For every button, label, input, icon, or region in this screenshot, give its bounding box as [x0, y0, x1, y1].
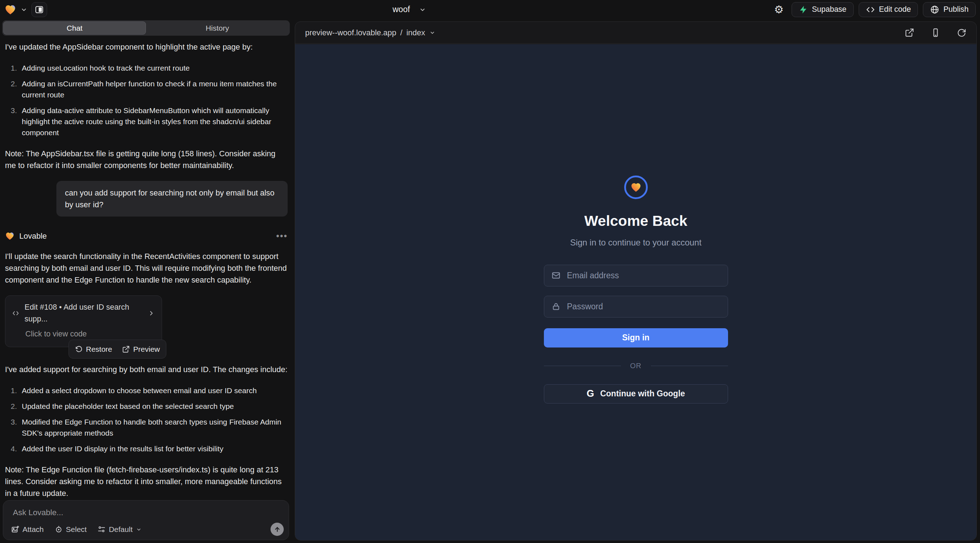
- edit-card-title-row: Edit #108 • Add user ID search supp...: [12, 302, 155, 325]
- password-field[interactable]: [544, 296, 728, 318]
- chat-message-list: I've updated the AppSidebar component to…: [0, 37, 293, 497]
- top-bar-left: [4, 2, 47, 17]
- publish-button[interactable]: Publish: [923, 2, 976, 17]
- user-message-row: can you add support for searching not on…: [5, 181, 288, 217]
- sign-in-button[interactable]: Sign in: [544, 328, 728, 348]
- tab-history[interactable]: History: [146, 21, 289, 35]
- list-item: Modified the Edge Function to handle bot…: [5, 416, 288, 438]
- lock-icon: [551, 302, 561, 311]
- list-item: Added a select dropdown to choose betwee…: [5, 385, 288, 396]
- preview-panel: preview--woof.lovable.app / index Welcom…: [295, 21, 977, 540]
- welcome-title: Welcome Back: [584, 213, 687, 229]
- attach-button[interactable]: Attach: [11, 525, 44, 534]
- code-icon: [12, 309, 20, 318]
- divider-label: OR: [630, 362, 642, 370]
- sign-in-card: Welcome Back Sign in to continue to your…: [544, 176, 728, 403]
- assistant-numbered-list: Added a select dropdown to choose betwee…: [5, 385, 288, 454]
- toggle-panel-button[interactable]: [32, 2, 47, 17]
- page-chevron-down-icon: [429, 29, 436, 36]
- welcome-subtitle: Sign in to continue to your account: [570, 238, 701, 248]
- gear-icon: ⚙: [774, 3, 784, 15]
- mail-icon: [551, 271, 561, 280]
- select-target-icon: [55, 525, 63, 533]
- edit-card-title: Edit #108 • Add user ID search supp...: [25, 302, 142, 325]
- google-g-icon: G: [587, 389, 594, 399]
- google-sign-in-button[interactable]: G Continue with Google: [544, 384, 728, 403]
- panel-layout-icon: [35, 5, 44, 14]
- globe-icon: [930, 5, 939, 14]
- supabase-button[interactable]: Supabase: [792, 2, 854, 17]
- list-item: Updated the placeholder text based on th…: [5, 401, 288, 412]
- workspace-menu-chevron-icon[interactable]: [20, 6, 28, 14]
- lovable-avatar-icon: [5, 231, 14, 241]
- chat-history-tabs: Chat History: [2, 20, 290, 36]
- assistant-paragraph: I've updated the AppSidebar component to…: [5, 41, 288, 53]
- composer-toolbar: Attach Select Default: [11, 523, 284, 536]
- email-field[interactable]: [544, 265, 728, 286]
- user-message-bubble: can you add support for searching not on…: [56, 181, 288, 217]
- preview-domain: preview--woof.lovable.app: [305, 28, 396, 38]
- chat-composer: Attach Select Default: [3, 500, 289, 540]
- top-bar: woof ⚙ Supabase Edit code Publish: [0, 0, 980, 19]
- attach-image-icon: [11, 525, 19, 533]
- settings-button[interactable]: ⚙: [771, 4, 787, 15]
- assistant-name: Lovable: [19, 230, 47, 242]
- divider-line: [651, 366, 728, 366]
- preview-actions: [905, 28, 966, 38]
- edit-card-subtitle: Click to view code: [25, 328, 155, 340]
- edit-code-button[interactable]: Edit code: [859, 2, 918, 17]
- email-field-wrapper: [544, 265, 728, 286]
- list-item: Added the user ID display in the results…: [5, 443, 288, 454]
- list-item: Adding useLocation hook to track the cur…: [5, 62, 288, 73]
- model-selector[interactable]: Default: [97, 525, 142, 534]
- list-item: Adding data-active attribute to SidebarM…: [5, 105, 288, 138]
- code-icon: [866, 5, 875, 14]
- assistant-note: Note: The Edge Function file (fetch-fire…: [5, 464, 288, 497]
- preview-url-group[interactable]: preview--woof.lovable.app / index: [305, 28, 436, 38]
- assistant-paragraph: I'll update the search functionality in …: [5, 251, 288, 286]
- top-bar-actions: ⚙ Supabase Edit code Publish: [771, 2, 976, 17]
- lovable-logo-icon[interactable]: [4, 3, 16, 16]
- list-item: Adding an isCurrentPath helper function …: [5, 78, 288, 100]
- refresh-icon[interactable]: [957, 28, 966, 38]
- open-in-new-tab-icon[interactable]: [905, 28, 914, 38]
- app-heart-icon: [630, 182, 642, 193]
- edit-card-wrapper: Edit #108 • Add user ID search supp... C…: [5, 295, 162, 347]
- restore-icon: [75, 345, 83, 353]
- divider-line: [544, 366, 621, 366]
- project-title-group[interactable]: woof: [393, 0, 426, 19]
- project-title: woof: [393, 5, 410, 14]
- mobile-view-icon[interactable]: [931, 28, 940, 38]
- assistant-paragraph: I've added support for searching by both…: [5, 364, 288, 375]
- restore-button[interactable]: Restore: [75, 343, 112, 355]
- external-link-icon: [122, 345, 130, 353]
- sliders-icon: [97, 525, 106, 533]
- password-field-wrapper: [544, 296, 728, 318]
- arrow-up-icon: [274, 526, 281, 533]
- chevron-down-icon: [135, 526, 142, 533]
- assistant-note: Note: The AppSidebar.tsx file is getting…: [5, 148, 288, 171]
- lovable-workspace: woof ⚙ Supabase Edit code Publish Chat H…: [0, 0, 980, 543]
- preview-button[interactable]: Preview: [122, 343, 160, 355]
- chat-input[interactable]: [12, 508, 234, 518]
- edit-card-actions: Restore Preview: [68, 340, 166, 359]
- project-chevron-down-icon: [418, 6, 426, 14]
- preview-page: index: [406, 28, 425, 38]
- send-button[interactable]: [270, 523, 284, 536]
- path-separator: /: [401, 28, 402, 38]
- supabase-icon: [799, 5, 808, 14]
- assistant-numbered-list: Adding useLocation hook to track the cur…: [5, 62, 288, 138]
- or-divider: OR: [544, 362, 728, 370]
- preview-viewport: Welcome Back Sign in to continue to your…: [295, 44, 977, 540]
- message-more-icon[interactable]: •••: [276, 232, 288, 240]
- tab-chat[interactable]: Chat: [3, 21, 146, 35]
- chevron-right-icon: [147, 309, 155, 318]
- assistant-header: Lovable •••: [5, 230, 288, 242]
- app-logo: [624, 176, 648, 199]
- select-element-button[interactable]: Select: [55, 525, 87, 534]
- preview-url-bar: preview--woof.lovable.app / index: [295, 22, 977, 44]
